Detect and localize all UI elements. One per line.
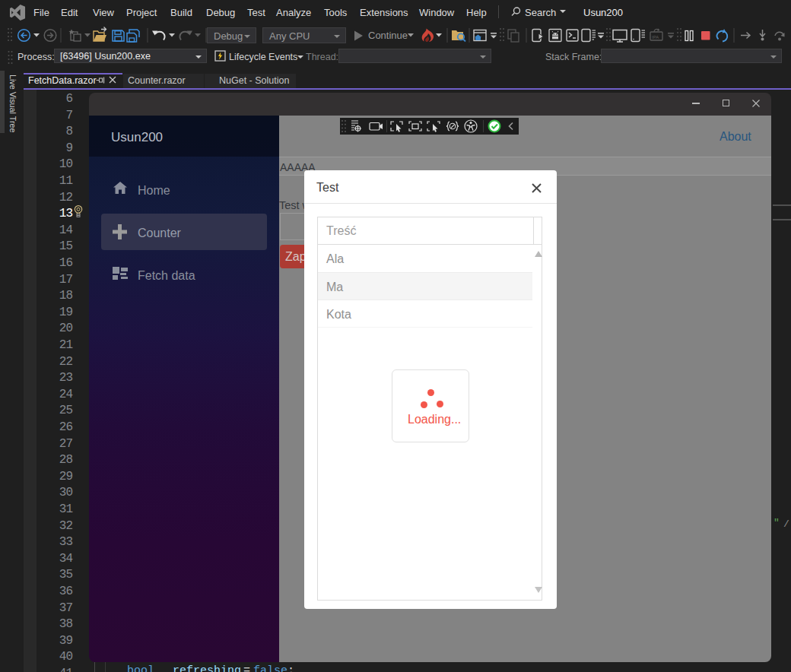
svg-text:IPA: IPA xyxy=(652,35,659,40)
